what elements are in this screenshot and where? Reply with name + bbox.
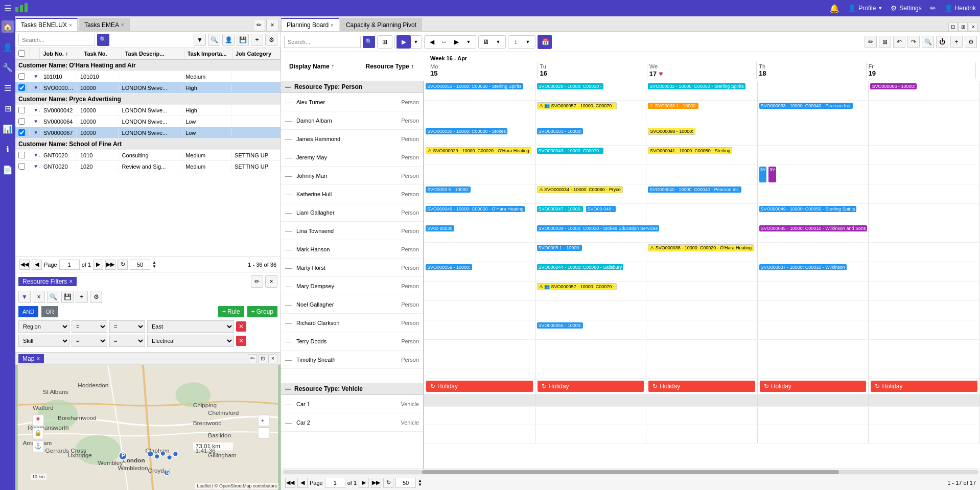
pb-close-btn[interactable]: ×: [969, 22, 978, 31]
pb-prev-page-btn[interactable]: ◀: [297, 478, 308, 488]
monitor-btn[interactable]: 🖥: [480, 36, 492, 48]
row-checkbox[interactable]: [18, 107, 25, 113]
save-filter-btn[interactable]: 💾: [61, 291, 74, 303]
row-checkbox[interactable]: [18, 163, 25, 170]
filter-field-1[interactable]: Region: [18, 320, 69, 333]
event-chip[interactable]: ⚠ 👥 SVO000057 - 10000: C00070 -: [537, 283, 617, 290]
first-page-btn[interactable]: ◀◀: [19, 260, 30, 270]
tab-tasks-emea[interactable]: Tasks EMEA ×: [79, 18, 130, 31]
down-arrow[interactable]: ▼: [152, 265, 156, 269]
event-chip[interactable]: SVO000040 - 10000: C00040 - Pearson Inc.: [648, 186, 741, 193]
table-row[interactable]: ▼ SV0000064 10000 LONDON Swive... Low: [15, 116, 281, 127]
event-chip[interactable]: SVO000030 - 10000: C00030 - Stokes: [426, 128, 507, 134]
pb-first-page-btn[interactable]: ◀◀: [285, 478, 295, 488]
calendar-btn[interactable]: 📅: [538, 35, 552, 49]
event-chip[interactable]: SVO000032 - 10000: C00050 - Sterling Spi…: [648, 83, 745, 89]
tab-capacity-pivot[interactable]: Capacity & Planning Pivot: [340, 18, 422, 31]
and-button[interactable]: AND: [18, 306, 38, 317]
add-rule-button[interactable]: + Rule: [218, 306, 244, 317]
per-page-input[interactable]: [130, 260, 150, 270]
play-dropdown[interactable]: ▼: [412, 36, 420, 48]
close-tasks-emea[interactable]: ×: [121, 22, 124, 28]
row-checkbox[interactable]: [18, 129, 25, 136]
next-page-btn[interactable]: ▶: [93, 260, 103, 270]
pb-restore-btn[interactable]: ⊡: [948, 22, 958, 31]
page-input[interactable]: [59, 260, 80, 270]
event-chip[interactable]: SVO0005 1 - 10000:: [537, 245, 582, 251]
play-btn[interactable]: ▶: [396, 35, 411, 49]
event-chip[interactable]: SVO000066 - 10000:: [870, 83, 917, 89]
monitor-dropdown[interactable]: ▼: [493, 36, 504, 48]
notification-bell[interactable]: 🔔: [829, 4, 839, 13]
horizontal-scrollbar-thumb[interactable]: [422, 470, 839, 474]
save-btn[interactable]: 💾: [237, 34, 249, 46]
table-row[interactable]: ▼ SV0000042 10000 LONDON Swive... High: [15, 105, 281, 116]
delete-filter-btn[interactable]: ×: [33, 291, 45, 303]
search-btn2[interactable]: 🔍: [208, 34, 220, 46]
map-windows-btn[interactable]: ⊡: [258, 354, 267, 363]
group-resources-btn[interactable]: ⊞: [379, 36, 390, 48]
filter-btn[interactable]: ▼: [194, 34, 206, 46]
resize-dropdown[interactable]: ▼: [522, 36, 533, 48]
delete-rule-1[interactable]: ✕: [236, 321, 246, 332]
row-checkbox[interactable]: [18, 152, 25, 158]
filter-field-2[interactable]: Skill: [18, 335, 69, 347]
resource-filters-tab[interactable]: Resource Filters ×: [18, 277, 77, 286]
event-chip[interactable]: SVO000028 - 10000: C00010 -: [537, 83, 603, 89]
select-all-checkbox[interactable]: [18, 50, 25, 57]
event-chip[interactable]: SVO000041 - 10000: C00050 - Sterling: [648, 147, 732, 154]
settings-filter-btn[interactable]: ⚙: [90, 291, 102, 303]
event-chip[interactable]: SV: [768, 167, 776, 182]
event-chip[interactable]: SVO000047 - 10000:: [537, 206, 584, 212]
tab-tasks-benelux[interactable]: Tasks BENELUX ×: [15, 18, 78, 31]
tab-planning-board[interactable]: Planning Board ×: [281, 18, 339, 31]
table-row[interactable]: ▼ 101010 101010 Medium: [15, 71, 281, 82]
arrow-left-btn[interactable]: ◀: [426, 36, 437, 48]
arrows-dropdown[interactable]: ▼: [463, 36, 474, 48]
event-chip[interactable]: SVO000037 - 10000: C00010 - Wilkinson: [759, 264, 847, 270]
table-row[interactable]: ▼ SVO0000055 10000 LONDON Swive... High: [15, 82, 281, 94]
filter-val-2[interactable]: Electrical Plumbing Carpentry: [147, 335, 234, 347]
event-chip[interactable]: SVO00 048 -: [586, 206, 616, 212]
pb-refresh-btn[interactable]: ↻: [383, 478, 393, 488]
map-close-btn[interactable]: ×: [268, 354, 277, 363]
hamburger-menu[interactable]: ☰: [4, 4, 11, 13]
sidebar-list[interactable]: ☰: [2, 82, 14, 94]
event-chip[interactable]: SV: [759, 167, 767, 182]
sidebar-grid[interactable]: ⊞: [2, 102, 14, 114]
event-chip[interactable]: SVO0003 6 - 10000:: [426, 186, 471, 193]
rf-edit-btn[interactable]: ✏: [251, 275, 263, 288]
settings-menu[interactable]: ⚙ Settings: [891, 4, 921, 12]
rf-close-btn[interactable]: ×: [265, 275, 277, 288]
pb-settings2-icon[interactable]: ⚙: [965, 36, 977, 48]
edit-icon[interactable]: ✏: [930, 4, 936, 12]
event-chip[interactable]: SVO000043 - 10000: C00070 -: [537, 148, 603, 154]
pb-search2-icon[interactable]: 🔍: [922, 36, 934, 48]
pb-edit-icon[interactable]: ✏: [865, 36, 877, 48]
pb-connect-icon[interactable]: ⊞: [879, 36, 891, 48]
event-chip[interactable]: ⚠ SVO000029 - 10000: C00020 - O'Hara Hea…: [426, 147, 531, 154]
event-chip[interactable]: SVO000033 - 10000: C00040 - Pearson Inc.: [759, 103, 853, 109]
delete-rule-2[interactable]: ✕: [236, 336, 246, 346]
profile-menu[interactable]: 👤 Profile ▼: [848, 4, 882, 12]
table-row[interactable]: ▼ SV0000067 10000 LONDON Swive... Low: [15, 127, 281, 138]
sidebar-home[interactable]: 🏠: [2, 20, 14, 33]
map-tab[interactable]: Map ×: [18, 354, 44, 363]
event-chip[interactable]: ⚠ SVO0003 1 - 10000:: [648, 103, 698, 109]
arrow-right-btn[interactable]: ▶: [451, 36, 462, 48]
event-chip[interactable]: SVO000045 - 10000: C00010 - Wilkinson an…: [759, 225, 868, 231]
search-filter-btn[interactable]: 🔍: [47, 291, 59, 303]
person-btn[interactable]: 👤: [222, 34, 235, 46]
last-page-btn[interactable]: ▶▶: [105, 260, 115, 270]
user-avatar[interactable]: 👤 Hendrik: [944, 4, 976, 12]
filter-op2-1[interactable]: =: [109, 320, 145, 333]
pb-down-arrow[interactable]: ▼: [418, 483, 422, 487]
sidebar-chart[interactable]: 📊: [2, 123, 14, 135]
event-chip[interactable]: SVO000044 - 10000: C00080 - Salisbury: [537, 264, 624, 270]
close-map-tab[interactable]: ×: [36, 355, 40, 362]
close-planning-board[interactable]: ×: [331, 22, 334, 28]
tasks-search-input[interactable]: [18, 34, 95, 46]
settings-btn[interactable]: ⚙: [265, 34, 277, 46]
pb-per-page-input[interactable]: [395, 478, 416, 488]
close-tasks-benelux[interactable]: ×: [69, 22, 72, 28]
